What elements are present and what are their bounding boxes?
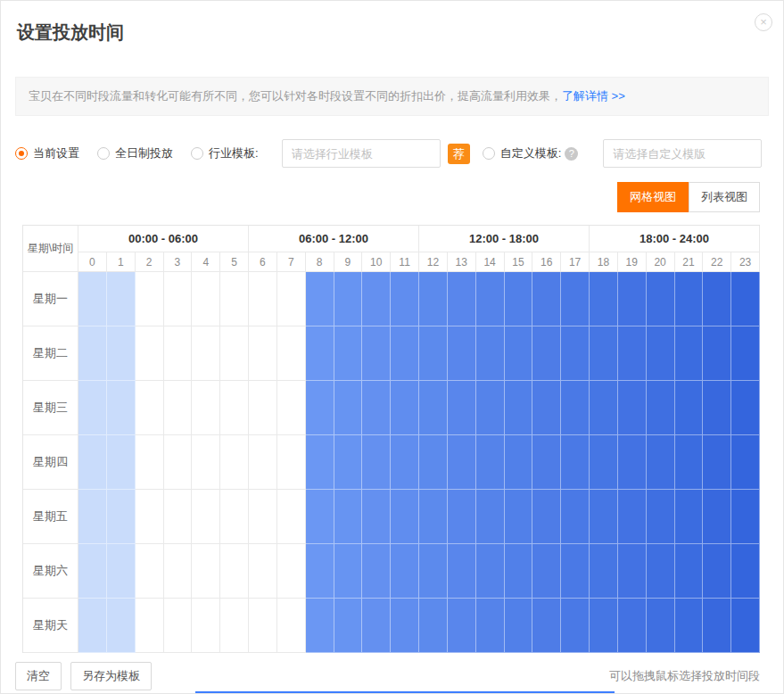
grid-cell[interactable] [731,272,760,326]
grid-cell[interactable] [731,544,760,599]
grid-cell[interactable] [561,326,590,381]
close-icon[interactable]: × [755,13,772,31]
grid-cell[interactable] [362,599,391,653]
grid-cell[interactable] [164,435,193,490]
help-icon[interactable]: ? [565,147,578,161]
grid-cell[interactable] [192,544,220,599]
grid-cell[interactable] [220,599,249,653]
grid-cell[interactable] [391,435,419,490]
grid-cell[interactable] [618,272,647,326]
grid-cell[interactable] [505,435,533,490]
grid-cell[interactable] [618,544,647,599]
grid-cell[interactable] [532,381,561,435]
grid-cell[interactable] [334,381,363,435]
grid-cell[interactable] [391,272,419,326]
grid-cell[interactable] [703,490,731,544]
grid-cell[interactable] [107,490,136,544]
grid-cell[interactable] [703,381,731,435]
grid-cell[interactable] [249,544,277,599]
grid-cell[interactable] [618,381,647,435]
grid-cell[interactable] [448,272,476,326]
grid-cell[interactable] [731,599,760,653]
grid-cell[interactable] [476,381,505,435]
grid-cell[interactable] [249,381,277,435]
grid-cell[interactable] [505,326,533,381]
grid-cell[interactable] [107,544,136,599]
industry-template-input[interactable] [282,139,441,168]
grid-cell[interactable] [419,544,448,599]
grid-cell[interactable] [192,381,220,435]
grid-cell[interactable] [703,599,731,653]
grid-cell[interactable] [277,272,306,326]
grid-cell[interactable] [334,599,363,653]
grid-cell[interactable] [136,599,164,653]
grid-cell[interactable] [220,435,249,490]
grid-cell[interactable] [306,490,334,544]
grid-cell[interactable] [419,599,448,653]
grid-cell[interactable] [249,272,277,326]
grid-cell[interactable] [192,272,220,326]
grid-cell[interactable] [590,381,618,435]
grid-cell[interactable] [561,435,590,490]
grid-cell[interactable] [277,381,306,435]
grid-cell[interactable] [107,326,136,381]
grid-cell[interactable] [220,381,249,435]
grid-cell[interactable] [476,272,505,326]
grid-cell[interactable] [647,544,675,599]
grid-cell[interactable] [334,272,363,326]
grid-cell[interactable] [306,272,334,326]
grid-cell[interactable] [731,381,760,435]
grid-cell[interactable] [448,599,476,653]
radio-current-setting[interactable]: 当前设置 [15,145,79,161]
grid-cell[interactable] [647,599,675,653]
grid-cell[interactable] [419,272,448,326]
grid-cell[interactable] [532,599,561,653]
grid-cell[interactable] [647,381,675,435]
grid-cell[interactable] [164,326,193,381]
grid-cell[interactable] [362,435,391,490]
grid-cell[interactable] [419,490,448,544]
grid-cell[interactable] [419,381,448,435]
grid-cell[interactable] [306,544,334,599]
grid-cell[interactable] [362,326,391,381]
grid-cell[interactable] [192,435,220,490]
grid-cell[interactable] [476,490,505,544]
grid-cell[interactable] [277,326,306,381]
grid-cell[interactable] [107,599,136,653]
grid-cell[interactable] [249,490,277,544]
grid-cell[interactable] [532,326,561,381]
radio-full-day[interactable]: 全日制投放 [97,145,173,161]
grid-cell[interactable] [419,435,448,490]
grid-cell[interactable] [590,435,618,490]
grid-cell[interactable] [505,544,533,599]
grid-cell[interactable] [731,490,760,544]
grid-cell[interactable] [107,381,136,435]
grid-cell[interactable] [306,381,334,435]
radio-industry-template[interactable]: 行业模板: [191,145,259,161]
grid-cell[interactable] [505,381,533,435]
grid-cell[interactable] [532,272,561,326]
grid-cell[interactable] [306,326,334,381]
grid-cell[interactable] [561,381,590,435]
grid-cell[interactable] [675,326,704,381]
grid-cell[interactable] [532,490,561,544]
grid-cell[interactable] [164,599,193,653]
grid-cell[interactable] [164,272,193,326]
grid-cell[interactable] [561,599,590,653]
grid-cell[interactable] [391,490,419,544]
grid-cell[interactable] [391,381,419,435]
grid-cell[interactable] [505,599,533,653]
grid-cell[interactable] [647,326,675,381]
grid-cell[interactable] [675,599,704,653]
grid-cell[interactable] [249,599,277,653]
grid-cell[interactable] [136,435,164,490]
grid-cell[interactable] [362,272,391,326]
grid-cell[interactable] [107,272,136,326]
grid-cell[interactable] [448,381,476,435]
grid-cell[interactable] [532,435,561,490]
grid-cell[interactable] [164,490,193,544]
grid-cell[interactable] [78,326,107,381]
grid-cell[interactable] [618,490,647,544]
grid-cell[interactable] [391,599,419,653]
grid-cell[interactable] [78,381,107,435]
